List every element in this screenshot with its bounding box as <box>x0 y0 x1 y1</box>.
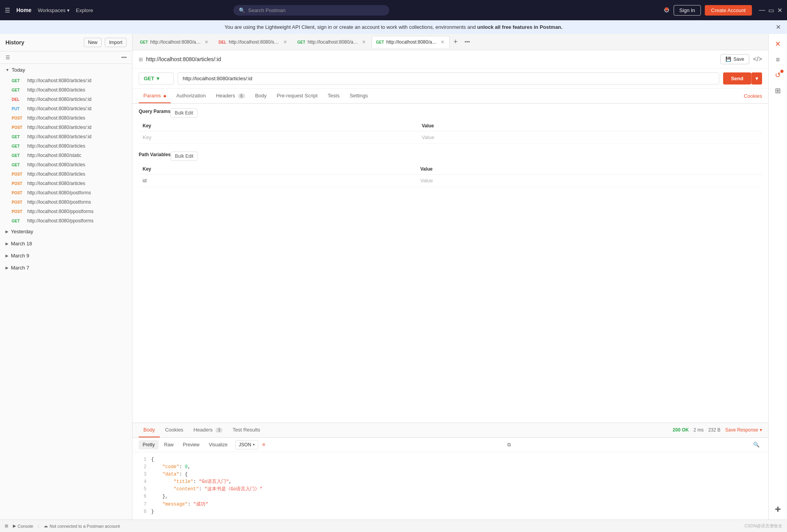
tabs-more-button[interactable]: ••• <box>462 37 473 46</box>
bulk-edit-path-button[interactable]: Bulk Edit <box>171 151 198 161</box>
method-badge: POST <box>12 172 24 176</box>
search-response-button[interactable]: 🔍 <box>751 440 762 449</box>
bottom-menu-icon[interactable]: ⊞ <box>5 523 8 528</box>
list-item[interactable]: GET http://localhost:8080/articles/:id <box>0 132 132 141</box>
right-sidebar-refresh-icon[interactable]: ↺ <box>771 68 785 82</box>
format-visualize[interactable]: Visualize <box>205 440 231 449</box>
search-bar[interactable]: 🔍 Search Postman <box>233 5 389 16</box>
sort-icon[interactable]: ≡ <box>260 440 268 449</box>
sidebar-more-icon[interactable]: ••• <box>121 55 127 60</box>
history-url: http://localhost:8080/articles <box>27 162 85 167</box>
console-button[interactable]: ▶ Console <box>13 523 33 528</box>
list-item[interactable]: POST http://localhost:8080/postforms <box>0 188 132 197</box>
history-group-march18[interactable]: ▶ March 18 <box>0 238 132 250</box>
history-group-yesterday[interactable]: ▶ Yesterday <box>0 225 132 238</box>
save-button[interactable]: 💾 Save <box>720 54 749 64</box>
tab-3-active[interactable]: GET http://localhost:8080/arti... ✕ <box>372 36 450 48</box>
list-item[interactable]: POST http://localhost:8080/articles <box>0 169 132 179</box>
send-button[interactable]: Send <box>723 72 751 85</box>
save-icon: 💾 <box>725 56 731 62</box>
create-account-button[interactable]: Create Account <box>705 5 752 16</box>
tab-tests[interactable]: Tests <box>323 89 344 103</box>
right-sidebar-add-icon[interactable]: ✚ <box>771 502 785 516</box>
status-badge: 200 OK <box>673 427 689 433</box>
workspaces-menu[interactable]: Workspaces ▾ <box>38 7 70 13</box>
search-placeholder: Search Postman <box>248 7 286 13</box>
tab-2[interactable]: GET http://localhost:8080/arti... ✕ <box>293 36 371 48</box>
right-sidebar-list-icon[interactable]: ≡ <box>771 53 785 67</box>
right-sidebar-close-icon[interactable]: ✕ <box>771 37 785 51</box>
filter-icon[interactable]: ☰ <box>5 55 10 60</box>
banner-close-button[interactable]: ✕ <box>776 23 781 31</box>
list-item[interactable]: DEL http://localhost:8080/articles/:id <box>0 95 132 104</box>
value-placeholder[interactable]: Value <box>418 131 762 144</box>
menu-icon[interactable]: ☰ <box>5 7 10 14</box>
resp-tab-headers[interactable]: Headers 3 <box>189 423 227 437</box>
right-sidebar-grid-icon[interactable]: ⊞ <box>771 84 785 98</box>
list-item[interactable]: PUT http://localhost:8080/articles/:id <box>0 104 132 113</box>
sidebar-filter: ☰ ••• <box>0 51 132 64</box>
list-item[interactable]: GET http://localhost:8080/static <box>0 151 132 160</box>
explore-link[interactable]: Explore <box>76 7 93 13</box>
copy-response-button[interactable]: ⧉ <box>505 440 513 449</box>
tab-1[interactable]: DEL http://localhost:8080/sta... ✕ <box>214 36 292 48</box>
chevron-down-icon: ▼ <box>5 68 9 72</box>
bulk-edit-query-button[interactable]: Bulk Edit <box>170 108 197 118</box>
list-item[interactable]: POST http://localhost:8080/articles <box>0 179 132 188</box>
path-key-id[interactable]: id <box>139 174 416 187</box>
key-column-header: Key <box>139 121 418 131</box>
tab-headers[interactable]: Headers 6 <box>211 89 249 103</box>
new-button[interactable]: New <box>84 38 102 47</box>
refresh-svg: ↺ <box>775 71 781 79</box>
history-group-today-header[interactable]: ▼ Today <box>0 64 132 76</box>
list-item[interactable]: POST http://localhost:8080/articles/:id <box>0 123 132 132</box>
tab-close-icon[interactable]: ✕ <box>204 39 209 46</box>
resp-tab-cookies[interactable]: Cookies <box>161 423 188 437</box>
key-placeholder[interactable]: Key <box>139 131 418 144</box>
list-item[interactable]: POST http://localhost:8080/articles <box>0 113 132 123</box>
import-button[interactable]: Import <box>105 38 127 47</box>
tab-pre-request-script[interactable]: Pre-request Script <box>272 89 322 103</box>
code-line-1: 1 { <box>139 456 762 463</box>
tab-settings[interactable]: Settings <box>345 89 372 103</box>
tab-params[interactable]: Params <box>139 89 171 103</box>
list-item[interactable]: POST http://localhost:8080/ppostforms <box>0 207 132 216</box>
history-group-march7[interactable]: ▶ March 7 <box>0 262 132 274</box>
list-item[interactable]: POST http://localhost:8080/postforms <box>0 197 132 207</box>
tab-0[interactable]: GET http://localhost:8080/arti... ✕ <box>136 36 214 48</box>
tab-body[interactable]: Body <box>251 89 272 103</box>
method-badge: GET <box>12 219 24 223</box>
sign-in-button[interactable]: Sign In <box>674 5 701 16</box>
url-input[interactable] <box>178 72 719 85</box>
add-tab-button[interactable]: + <box>450 36 461 48</box>
tab-close-icon[interactable]: ✕ <box>361 39 367 46</box>
close-button[interactable]: ✕ <box>777 7 782 14</box>
send-dropdown-button[interactable]: ▾ <box>751 72 762 85</box>
format-pretty[interactable]: Pretty <box>139 440 159 449</box>
tab-close-icon[interactable]: ✕ <box>440 39 445 46</box>
list-item[interactable]: GET http://localhost:8080/articles <box>0 160 132 169</box>
format-preview[interactable]: Preview <box>179 440 203 449</box>
format-raw[interactable]: Raw <box>160 440 177 449</box>
tab-authorization[interactable]: Authorization <box>171 89 210 103</box>
format-type-select[interactable]: JSON ▾ <box>235 440 258 449</box>
brand-home[interactable]: Home <box>16 7 32 13</box>
list-item[interactable]: GET http://localhost:8080/ppostforms <box>0 216 132 225</box>
settings-button[interactable]: ⚙ <box>663 6 670 14</box>
tab-method-get: GET <box>140 40 148 44</box>
method-select[interactable]: GET ▾ <box>139 72 174 85</box>
list-item[interactable]: GET http://localhost:8080/articles/:id <box>0 76 132 85</box>
list-item[interactable]: GET http://localhost:8080/articles <box>0 85 132 95</box>
resp-tab-body[interactable]: Body <box>139 423 160 437</box>
list-item[interactable]: GET http://localhost:8080/articles <box>0 141 132 151</box>
maximize-button[interactable]: ▭ <box>768 7 774 14</box>
save-response-button[interactable]: Save Response ▾ <box>725 427 762 433</box>
history-group-march9[interactable]: ▶ March 9 <box>0 250 132 262</box>
cookies-link[interactable]: Cookies <box>744 93 762 99</box>
code-button[interactable]: </> <box>753 56 762 63</box>
minimize-button[interactable]: — <box>759 7 765 14</box>
resp-tab-test-results[interactable]: Test Results <box>228 423 265 437</box>
tab-close-icon[interactable]: ✕ <box>282 39 288 46</box>
path-value[interactable]: Value <box>416 174 762 187</box>
key-column-header: Key <box>139 164 416 174</box>
